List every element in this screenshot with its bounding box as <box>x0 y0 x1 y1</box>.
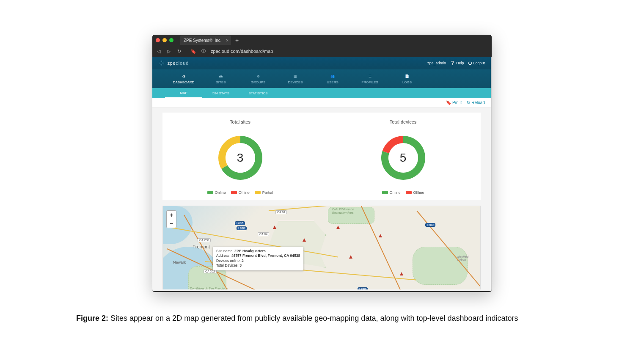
app-header: zpecloud zpe_admin ❔ Help ⏻ Logout <box>152 57 491 69</box>
reload-button[interactable]: ↻ Reload <box>467 100 485 105</box>
map-panel[interactable]: Fremont Newark Don Edwards San Francisco… <box>162 206 481 289</box>
map-zoom-out[interactable]: − <box>167 219 176 228</box>
nav-item-groups[interactable]: ⚙GROUPS <box>239 69 277 88</box>
svg-marker-1 <box>303 238 306 242</box>
sites-total-value: 3 <box>213 130 268 185</box>
nav-icon: ◔ <box>181 73 187 79</box>
browser-forward-icon[interactable]: ▷ <box>166 49 172 54</box>
main-nav: ◔DASHBOARD🏙SITES⚙GROUPS▦DEVICES👥USERS☰PR… <box>152 69 491 88</box>
map-route-shield: CA 84 <box>275 210 287 214</box>
svg-marker-2 <box>349 255 352 259</box>
help-link[interactable]: ❔ Help <box>450 61 464 65</box>
window-maximize-icon[interactable] <box>169 38 173 42</box>
legend-swatch <box>406 191 412 194</box>
devices-legend: OnlineOffline <box>382 190 424 195</box>
map-route-shield: I 880 <box>237 226 247 230</box>
map-zoom-in[interactable]: + <box>167 211 176 219</box>
nav-icon: ▦ <box>292 73 298 79</box>
app-viewport: zpecloud zpe_admin ❔ Help ⏻ Logout ◔DASH… <box>152 57 491 291</box>
map-site-marker[interactable] <box>379 231 382 235</box>
site-info-icon[interactable]: ⓘ <box>201 48 206 54</box>
devices-donut-chart: 5 <box>376 130 431 185</box>
map-site-marker[interactable] <box>336 223 340 226</box>
map-city-label: Fremont <box>193 244 210 249</box>
subnav-item-584-stats[interactable]: 584 STATS <box>202 88 239 98</box>
new-tab-button[interactable]: + <box>234 37 240 44</box>
legend-swatch <box>207 191 213 194</box>
map-site-marker[interactable] <box>400 270 403 273</box>
legend-item: Offline <box>406 190 424 195</box>
legend-swatch <box>382 191 388 194</box>
nav-icon: 🏙 <box>218 73 224 79</box>
sites-donut-chart: 3 <box>213 130 268 185</box>
content-area: Total sites 3 OnlineOfflinePartial Total… <box>152 107 491 289</box>
svg-marker-5 <box>336 226 340 229</box>
browser-bookmark-icon[interactable]: 🔖 <box>190 49 196 54</box>
browser-back-icon[interactable]: ◁ <box>156 49 162 54</box>
nav-icon: 📄 <box>404 73 410 79</box>
logo-icon <box>158 60 165 66</box>
pin-button[interactable]: 🔖 Pin it <box>446 100 462 105</box>
nav-icon: ⚙ <box>255 73 261 79</box>
map-route-shield: I 680 <box>235 221 245 225</box>
legend-item: Online <box>382 190 401 195</box>
map-zoom-control: + − <box>166 210 176 228</box>
subnav-item-statistics[interactable]: STATISTICS <box>239 88 277 98</box>
map-site-marker[interactable] <box>349 253 352 256</box>
legend-item: Partial <box>255 190 273 195</box>
browser-window: ZPE Systems®, Inc. × + ◁ ▷ ↻ 🔖 ⓘ zpeclou… <box>152 35 492 292</box>
nav-item-devices[interactable]: ▦DEVICES <box>277 69 314 88</box>
address-bar[interactable]: zpecloud.com/dashboard/map <box>211 49 273 54</box>
map-airport-label: Mayfield Airport <box>457 255 476 261</box>
browser-reload-icon[interactable]: ↻ <box>176 49 182 54</box>
window-minimize-icon[interactable] <box>162 38 167 42</box>
map-site-marker[interactable] <box>303 236 306 239</box>
map-route-shield: CA 238 <box>198 238 211 242</box>
devices-total-value: 5 <box>376 130 431 185</box>
map-park-label: Dale Whitcombe Recreation Area <box>332 208 366 214</box>
legend-item: Offline <box>231 190 250 195</box>
nav-item-users[interactable]: 👥USERS <box>314 69 351 88</box>
header-right: zpe_admin ❔ Help ⏻ Logout <box>427 61 485 65</box>
logo-text: zpecloud <box>168 61 189 66</box>
sites-legend: OnlineOfflinePartial <box>207 190 273 195</box>
tab-close-icon[interactable]: × <box>226 38 228 43</box>
map-tooltip: Site name: ZPE Headquarters Address: 467… <box>213 247 303 270</box>
nav-item-dashboard[interactable]: ◔DASHBOARD <box>165 69 202 88</box>
current-user: zpe_admin <box>427 61 446 65</box>
map-route-shield: CA 84 <box>258 232 269 236</box>
browser-tab[interactable]: ZPE Systems®, Inc. × <box>180 36 231 45</box>
nav-item-logs[interactable]: 📄LOGS <box>388 69 426 88</box>
card-title: Total devices <box>390 119 417 124</box>
power-icon: ⏻ <box>468 61 472 65</box>
map-route-shield: I 680 <box>425 223 435 227</box>
nav-item-sites[interactable]: 🏙SITES <box>202 69 239 88</box>
help-icon: ❔ <box>450 61 455 65</box>
page-toolbar: 🔖 Pin it ↻ Reload <box>152 98 491 107</box>
svg-marker-0 <box>273 226 276 229</box>
total-sites-card: Total sites 3 OnlineOfflinePartial <box>162 113 318 200</box>
subnav-item-map[interactable]: MAP <box>165 88 202 98</box>
map-park <box>413 247 468 285</box>
nav-icon: ☰ <box>367 73 373 79</box>
window-controls <box>156 38 173 42</box>
summary-cards: Total sites 3 OnlineOfflinePartial Total… <box>162 113 481 200</box>
map-route-shield: I 880 <box>358 287 368 289</box>
map-site-marker[interactable] <box>273 223 276 226</box>
logout-link[interactable]: ⏻ Logout <box>468 61 485 65</box>
sub-nav: MAP584 STATSSTATISTICS <box>152 88 491 98</box>
browser-toolbar: ◁ ▷ ↻ 🔖 ⓘ zpecloud.com/dashboard/map <box>152 46 492 57</box>
figure-caption: Figure 2: Sites appear on a 2D map gener… <box>76 314 568 323</box>
map-park-label: Don Edwards San Francisco Bay National W… <box>190 287 228 289</box>
svg-marker-4 <box>400 272 403 275</box>
legend-swatch <box>255 191 261 194</box>
reload-icon: ↻ <box>467 100 470 105</box>
total-devices-card: Total devices 5 OnlineOffline <box>325 113 481 200</box>
nav-item-profiles[interactable]: ☰PROFILES <box>351 69 388 88</box>
legend-item: Online <box>207 190 226 195</box>
map-city-label: Newark <box>173 260 186 264</box>
browser-tab-row: ZPE Systems®, Inc. × + <box>152 35 492 46</box>
app-logo[interactable]: zpecloud <box>158 60 189 66</box>
scrollbar[interactable] <box>491 57 492 291</box>
window-close-icon[interactable] <box>156 38 160 42</box>
